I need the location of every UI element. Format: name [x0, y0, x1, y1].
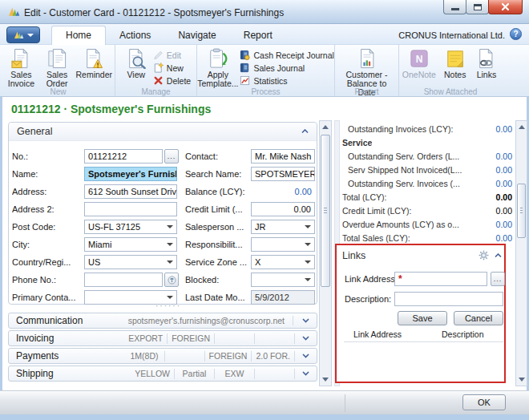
scroll-up-button[interactable]	[320, 121, 331, 133]
statistics-button[interactable]: Statistics	[240, 75, 333, 87]
save-button[interactable]: Save	[398, 311, 447, 325]
link-address-assist-button[interactable]: ...	[491, 272, 505, 286]
factbox-value-link[interactable]: 0.00	[496, 179, 512, 188]
credit-limit-field[interactable]: 0.00	[251, 202, 315, 216]
service-zone-field[interactable]: X	[251, 255, 315, 269]
apply-template-label: Apply Template...	[197, 71, 238, 88]
salesperson-field[interactable]: JR	[251, 220, 315, 234]
new-button[interactable]: New	[153, 62, 191, 74]
expand-chevron-icon[interactable]	[302, 371, 309, 376]
fasttab-invoicing[interactable]: Invoicing EXPORT FOREIGN	[8, 330, 317, 346]
tab-navigate[interactable]: Navigate	[164, 26, 229, 45]
links-button[interactable]: Links	[474, 46, 499, 79]
notes-button[interactable]: Notes	[442, 46, 469, 79]
dropdown-arrow-icon[interactable]	[167, 225, 173, 228]
delete-button[interactable]: Delete	[153, 75, 191, 87]
application-menu-button[interactable]	[6, 26, 40, 43]
link-address-input[interactable]: *	[394, 272, 487, 286]
sales-journal-button[interactable]: Sales Journal	[240, 62, 333, 74]
edit-button[interactable]: Edit	[153, 49, 191, 61]
no-field[interactable]: 01121212	[84, 149, 163, 164]
factbox-scrollbar[interactable]	[515, 120, 527, 386]
fasttab-payments-label: Payments	[16, 350, 59, 361]
tab-actions[interactable]: Actions	[106, 26, 164, 45]
help-button[interactable]: ?	[510, 28, 522, 40]
scrollbar-thumb[interactable]	[517, 184, 526, 238]
field-row-name: Name: Spotsmeyer's Furnish	[12, 167, 184, 181]
city-field[interactable]: Miami	[84, 237, 177, 252]
view-icon	[127, 48, 146, 69]
dropdown-arrow-icon[interactable]	[167, 260, 173, 264]
sales-order-button[interactable]: Sales Order	[40, 46, 75, 88]
balance-value-link[interactable]: 0.00	[251, 184, 315, 199]
phone-field[interactable]	[84, 273, 163, 287]
factbox-value-link[interactable]: 0.00	[496, 233, 512, 243]
tab-home[interactable]: Home	[51, 26, 106, 45]
apply-template-icon	[208, 48, 228, 69]
field-row-no: No.: 01121212 ...	[12, 149, 184, 164]
sales-invoice-button[interactable]: Sales Invoice	[4, 46, 38, 88]
dropdown-arrow-icon[interactable]	[305, 243, 311, 246]
search-name-field[interactable]: SPOTSMEYER...	[251, 167, 315, 181]
factbox-value-link[interactable]: 0.00	[496, 124, 512, 134]
contact-label: Contact:	[185, 151, 251, 161]
collapse-chevron-icon[interactable]	[301, 129, 309, 134]
section-splitter-grip[interactable]: ······	[140, 303, 196, 309]
links-list-divider	[344, 341, 503, 342]
edit-icon	[153, 50, 164, 60]
dropdown-arrow-icon[interactable]	[305, 278, 311, 281]
scrollbar-thumb[interactable]	[321, 135, 330, 287]
status-bar	[0, 390, 529, 414]
fasttab-shipping[interactable]: Shipping YELLOW Partial EXW	[8, 365, 317, 382]
reminder-button[interactable]: Reminder	[75, 46, 112, 79]
apply-template-button[interactable]: Apply Template...	[197, 46, 238, 88]
general-section: General No.: 01121212 ... Name: Spotsmey…	[8, 122, 317, 305]
title-bar: Edit - Customer Card - 01121212 - Spotsm…	[0, 0, 529, 24]
factbox-value-link[interactable]: 0.00	[496, 220, 512, 229]
scroll-down-button[interactable]	[516, 374, 527, 386]
post-code-field[interactable]: US-FL 37125	[84, 220, 177, 234]
address2-field[interactable]	[84, 202, 177, 216]
scroll-up-button[interactable]	[516, 121, 527, 133]
scroll-down-button[interactable]	[320, 374, 331, 386]
onenote-button[interactable]: N OneNote	[402, 46, 437, 79]
no-assist-button[interactable]: ...	[164, 149, 179, 164]
contact-field[interactable]: Mr. Mike Nash	[251, 149, 315, 164]
fasttab-payments[interactable]: Payments 1M(8D) FOREIGN 2.0 FOR.	[8, 348, 317, 364]
view-button[interactable]: View	[121, 46, 151, 79]
minimize-button[interactable]	[443, 0, 466, 14]
collapse-chevron-icon[interactable]	[495, 253, 502, 258]
general-section-header[interactable]: General	[9, 123, 317, 141]
factbox-value-link[interactable]: 0.00	[496, 151, 512, 161]
responsibility-field[interactable]	[251, 237, 315, 252]
dropdown-arrow-icon[interactable]	[167, 296, 173, 299]
expand-chevron-icon[interactable]	[302, 353, 309, 358]
close-button[interactable]	[488, 0, 523, 14]
country-region-field[interactable]: US	[84, 255, 177, 269]
cancel-button[interactable]: Cancel	[454, 311, 503, 325]
blocked-field[interactable]	[251, 273, 315, 287]
name-field[interactable]: Spotsmeyer's Furnish	[84, 167, 177, 181]
ribbon: Sales Invoice Sales Order Reminder New	[0, 45, 529, 97]
expand-chevron-icon[interactable]	[302, 318, 309, 323]
card-scrollbar[interactable]	[319, 120, 332, 386]
dropdown-arrow-icon[interactable]	[305, 260, 311, 264]
dropdown-arrow-icon[interactable]	[167, 243, 173, 246]
fasttab-communication[interactable]: Communication spotsmeyer's.furnishings@c…	[8, 313, 317, 329]
dropdown-arrow-icon[interactable]	[305, 225, 311, 228]
maximize-button[interactable]	[466, 0, 489, 14]
app-menu-caret-icon	[27, 34, 34, 37]
field-row-address: Address: 612 South Sunset Drive	[12, 184, 184, 199]
cash-receipt-journal-button[interactable]: Cash Receipt Journal	[240, 49, 333, 61]
factbox-row: Outstanding Invoices (LCY): 0.00	[342, 122, 512, 135]
expand-chevron-icon[interactable]	[302, 336, 309, 341]
fasttab-shipping-label: Shipping	[16, 368, 54, 379]
factbox-value-link[interactable]: 0.00	[496, 165, 512, 175]
field-row-credit-limit: Credit Limit (... 0.00	[185, 202, 317, 216]
factbox-actions-gear-icon[interactable]	[479, 250, 489, 260]
description-input[interactable]	[394, 292, 503, 306]
phone-dial-button[interactable]	[164, 273, 179, 287]
address-field[interactable]: 612 South Sunset Drive	[84, 184, 177, 199]
tab-report[interactable]: Report	[230, 26, 286, 45]
ok-button[interactable]: OK	[462, 394, 506, 410]
